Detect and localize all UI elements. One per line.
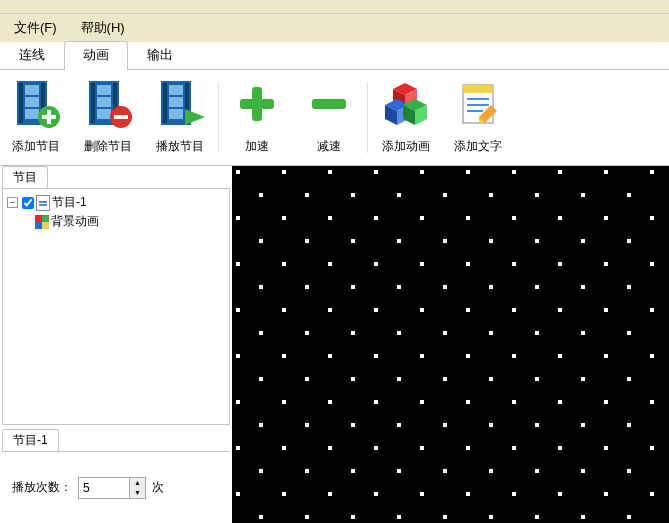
animation-icon	[35, 215, 49, 229]
svg-rect-18	[163, 83, 167, 123]
svg-rect-20	[169, 85, 183, 95]
menu-help[interactable]: 帮助(H)	[75, 17, 131, 39]
svg-rect-3	[25, 85, 39, 95]
toolbar-label: 添加节目	[12, 138, 60, 155]
spinner-down-button[interactable]: ▼	[130, 488, 145, 498]
svg-rect-25	[240, 99, 274, 109]
led-dot-grid	[232, 166, 669, 523]
play-count-spinner[interactable]: ▲ ▼	[78, 477, 146, 499]
delete-program-button[interactable]: 删除节目	[72, 74, 144, 161]
svg-rect-37	[463, 85, 493, 93]
svg-rect-46	[42, 222, 49, 229]
tabstrip: 连线 动画 输出	[0, 42, 669, 70]
play-count-label: 播放次数：	[12, 479, 72, 496]
svg-rect-44	[42, 215, 49, 222]
notepad-icon	[453, 74, 503, 134]
program-tree[interactable]: − 节目-1 背景动画	[2, 188, 230, 425]
toolbar-label: 减速	[317, 138, 341, 155]
svg-rect-13	[97, 97, 111, 107]
toolbar: 添加节目 删除节目	[0, 70, 669, 166]
properties-tab[interactable]: 节目-1	[2, 429, 59, 451]
add-program-button[interactable]: 添加节目	[0, 74, 72, 161]
svg-rect-45	[35, 222, 42, 229]
filmstrip-delete-icon	[81, 74, 135, 134]
svg-rect-16	[114, 115, 128, 119]
svg-rect-43	[35, 215, 42, 222]
svg-rect-14	[97, 109, 111, 119]
tab-output[interactable]: 输出	[128, 41, 192, 70]
svg-rect-12	[97, 85, 111, 95]
toolbar-separator	[218, 82, 219, 153]
play-count-unit: 次	[152, 479, 164, 496]
tree-panel-tab[interactable]: 节目	[2, 166, 48, 188]
svg-rect-4	[25, 97, 39, 107]
left-panel: 节目 − 节目-1 背景动画 节目-1	[0, 166, 232, 523]
tab-offline[interactable]: 连线	[0, 41, 64, 70]
svg-rect-26	[312, 99, 346, 109]
tree-checkbox[interactable]	[22, 197, 34, 209]
menu-file[interactable]: 文件(F)	[8, 17, 63, 39]
spinner-up-button[interactable]: ▲	[130, 478, 145, 488]
add-text-button[interactable]: 添加文字	[442, 74, 514, 161]
preview-canvas[interactable]	[232, 166, 669, 523]
tab-animation[interactable]: 动画	[64, 41, 128, 70]
svg-rect-5	[25, 109, 39, 119]
svg-rect-8	[42, 115, 56, 119]
toolbar-label: 添加动画	[382, 138, 430, 155]
properties-pane: 播放次数： ▲ ▼ 次	[2, 451, 230, 523]
svg-rect-10	[91, 83, 95, 123]
svg-rect-21	[169, 97, 183, 107]
toolbar-label: 删除节目	[84, 138, 132, 155]
speed-up-button[interactable]: 加速	[221, 74, 293, 161]
play-count-input[interactable]	[79, 478, 129, 498]
toolbar-label: 加速	[245, 138, 269, 155]
page-icon	[36, 195, 50, 211]
tree-item-program[interactable]: − 节目-1	[7, 193, 225, 212]
plus-icon	[234, 74, 280, 134]
add-animation-button[interactable]: 添加动画	[370, 74, 442, 161]
toolbar-label: 播放节目	[156, 138, 204, 155]
tree-item-bg-animation[interactable]: 背景动画	[7, 212, 225, 231]
tree-item-label: 节目-1	[52, 194, 87, 211]
toolbar-separator	[367, 82, 368, 153]
tree-item-label: 背景动画	[51, 213, 99, 230]
slow-down-button[interactable]: 减速	[293, 74, 365, 161]
tree-collapse-toggle[interactable]: −	[7, 197, 18, 208]
svg-rect-1	[19, 83, 23, 123]
svg-marker-23	[185, 109, 205, 125]
blocks-icon	[381, 74, 431, 134]
minus-icon	[306, 74, 352, 134]
toolbar-label: 添加文字	[454, 138, 502, 155]
workspace: 节目 − 节目-1 背景动画 节目-1	[0, 166, 669, 523]
filmstrip-add-icon	[9, 74, 63, 134]
titlebar	[0, 0, 669, 14]
menubar: 文件(F) 帮助(H)	[0, 14, 669, 42]
svg-rect-22	[169, 109, 183, 119]
filmstrip-play-icon	[153, 74, 207, 134]
play-program-button[interactable]: 播放节目	[144, 74, 216, 161]
